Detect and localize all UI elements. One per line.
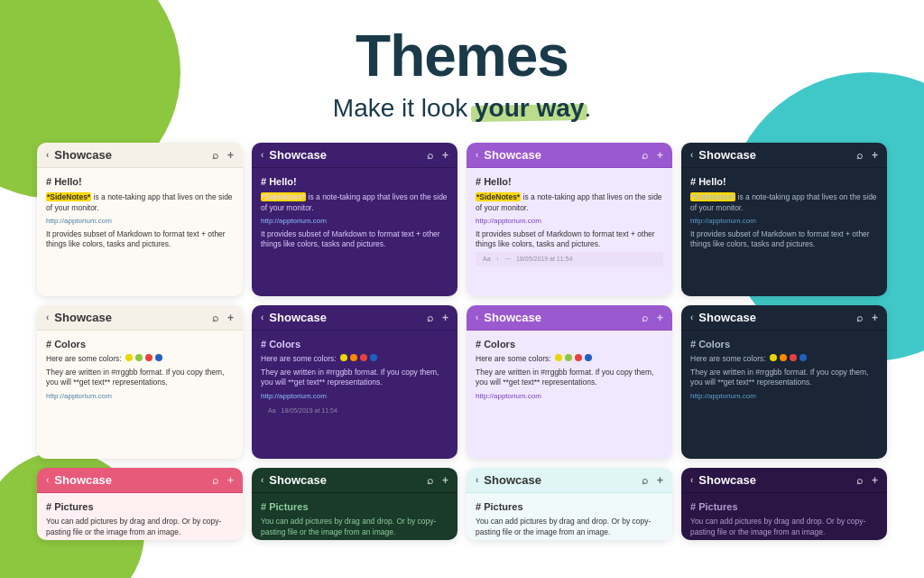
note-link[interactable]: http://apptorium.com <box>46 216 234 226</box>
colors-text2: They are written in #rrggbb format. If y… <box>690 368 878 388</box>
note-link[interactable]: http://apptorium.com <box>476 391 663 401</box>
card-light-colors: ‹ Showcase ⌕ + # Colors Here are some co… <box>37 305 243 459</box>
footer-timestamp: 18/05/2019 at 11:54 <box>282 406 337 415</box>
pictures-title: # Pictures <box>690 500 878 514</box>
search-icon[interactable]: ⌕ <box>642 474 648 487</box>
card-body: # Hello! *SideNotes* is a note-taking ap… <box>467 168 672 296</box>
search-icon[interactable]: ⌕ <box>212 312 218 324</box>
card-title: Showcase <box>54 148 203 162</box>
note-link[interactable]: http://apptorium.com <box>261 216 448 226</box>
footer-timestamp: 18/05/2019 at 11:54 <box>516 255 572 264</box>
add-icon[interactable]: + <box>227 149 234 162</box>
search-icon[interactable]: ⌕ <box>856 474 863 487</box>
card-body: # Colors Here are some colors: They are … <box>37 331 243 459</box>
pictures-text: You can add pictures by drag and drop. O… <box>261 517 448 537</box>
card-title: Showcase <box>484 473 633 487</box>
note-text2: It provides subset of Markdown to format… <box>46 229 234 250</box>
note-text2: It provides subset of Markdown to format… <box>476 229 663 250</box>
pictures-text: You can add pictures by drag and drop. O… <box>476 517 663 537</box>
card-body: # Pictures You can add pictures by drag … <box>252 493 457 540</box>
chevron-icon: ‹ <box>261 312 263 322</box>
add-icon[interactable]: + <box>227 474 234 487</box>
color-dot-yellow <box>770 354 777 361</box>
add-icon[interactable]: + <box>657 312 663 324</box>
search-icon[interactable]: ⌕ <box>427 312 433 324</box>
card-body: # Hello! *SideNotes* is a note-taking ap… <box>681 168 887 296</box>
color-dot-blue <box>370 354 377 361</box>
chevron-icon: ‹ <box>46 150 49 160</box>
search-icon[interactable]: ⌕ <box>856 312 863 324</box>
chevron-icon: ‹ <box>261 475 263 485</box>
search-icon[interactable]: ⌕ <box>642 312 648 324</box>
note-text2: It provides subset of Markdown to format… <box>690 229 878 250</box>
add-icon[interactable]: + <box>872 474 878 487</box>
card-body: # Colors Here are some colors: They are … <box>252 331 457 459</box>
search-icon[interactable]: ⌕ <box>856 149 863 162</box>
color-dot-red <box>575 354 582 361</box>
chevron-icon: ‹ <box>46 312 49 322</box>
note-title: # Hello! <box>690 175 878 189</box>
card-pink-pictures: ‹ Showcase ⌕ + # Pictures You can add pi… <box>37 468 243 540</box>
add-icon[interactable]: + <box>442 474 448 487</box>
subtitle-plain: Make it look <box>333 94 475 122</box>
card-header: ‹ Showcase ⌕ + <box>467 468 672 493</box>
add-icon[interactable]: + <box>872 312 878 324</box>
note-link[interactable]: http://apptorium.com <box>46 391 234 401</box>
card-header-dark-navy: ‹ Showcase ⌕ + <box>681 143 887 168</box>
colors-text1: Here are some colors: <box>690 354 878 364</box>
card-dark-purple2-pictures: ‹ Showcase ⌕ + # Pictures You can add pi… <box>681 468 887 540</box>
card-header: ‹ Showcase ⌕ + <box>681 305 887 331</box>
colors-text2: They are written in #rrggbb format. If y… <box>46 368 234 388</box>
search-icon[interactable]: ⌕ <box>427 474 433 487</box>
card-light-purple-colors: ‹ Showcase ⌕ + # Colors Here are some co… <box>467 305 672 459</box>
color-dot-yellow <box>555 354 562 361</box>
card-dark-green-pictures: ‹ Showcase ⌕ + # Pictures You can add pi… <box>252 468 457 540</box>
color-dots <box>770 354 807 361</box>
note-link[interactable]: http://apptorium.com <box>690 216 878 226</box>
highlight-word: *SideNotes* <box>261 192 306 201</box>
card-light-hello: ‹ Showcase ⌕ + # Hello! *SideNotes* is a… <box>37 143 243 296</box>
page-content: Themes Make it look your way. ‹ Showcase… <box>0 0 924 578</box>
add-icon[interactable]: + <box>227 312 234 324</box>
card-header-light: ‹ Showcase ⌕ + <box>37 143 243 168</box>
card-title: Showcase <box>269 473 418 487</box>
add-icon[interactable]: + <box>657 474 663 487</box>
card-title: Showcase <box>698 311 847 324</box>
card-header: ‹ Showcase ⌕ + <box>37 468 243 493</box>
card-header: ‹ Showcase ⌕ + <box>37 305 243 331</box>
color-dot-red <box>360 354 367 361</box>
note-title: # Hello! <box>46 175 234 189</box>
search-icon[interactable]: ⌕ <box>212 149 218 162</box>
highlight-word: *SideNotes* <box>690 192 735 201</box>
footer-icon-more: ⋯ <box>504 255 511 264</box>
note-link[interactable]: http://apptorium.com <box>476 216 663 226</box>
hero-subtitle: Make it look your way. <box>333 94 591 123</box>
add-icon[interactable]: + <box>442 149 448 162</box>
cards-grid: ‹ Showcase ⌕ + # Hello! *SideNotes* is a… <box>19 143 905 578</box>
colors-title: # Colors <box>476 338 663 351</box>
chevron-icon: ‹ <box>46 475 49 485</box>
note-text2: It provides subset of Markdown to format… <box>261 229 448 250</box>
add-icon[interactable]: + <box>442 312 448 324</box>
card-dark-purple-colors: ‹ Showcase ⌕ + # Colors Here are some co… <box>252 305 457 459</box>
colors-title: # Colors <box>261 338 448 351</box>
search-icon[interactable]: ⌕ <box>427 149 433 162</box>
colors-text1: Here are some colors: <box>261 354 448 364</box>
add-icon[interactable]: + <box>657 149 663 162</box>
card-body: # Hello! *SideNotes* is a note-taking ap… <box>252 168 457 296</box>
note-link[interactable]: http://apptorium.com <box>690 391 878 401</box>
note-title: # Hello! <box>261 175 448 189</box>
pictures-text: You can add pictures by drag and drop. O… <box>46 517 234 537</box>
add-icon[interactable]: + <box>872 149 878 162</box>
color-dot-blue <box>155 354 162 361</box>
search-icon[interactable]: ⌕ <box>642 149 648 162</box>
card-title: Showcase <box>484 148 633 162</box>
note-text: *SideNotes* is a note-taking app that li… <box>261 192 448 213</box>
note-link[interactable]: http://apptorium.com <box>261 391 448 401</box>
card-dark-purple-hello: ‹ Showcase ⌕ + # Hello! *SideNotes* is a… <box>252 143 457 296</box>
card-title: Showcase <box>54 311 203 324</box>
search-icon[interactable]: ⌕ <box>212 474 218 487</box>
color-dot-orange <box>350 354 357 361</box>
color-dot-yellow <box>125 354 133 361</box>
card-light-purple-hello: ‹ Showcase ⌕ + # Hello! *SideNotes* is a… <box>467 143 672 296</box>
